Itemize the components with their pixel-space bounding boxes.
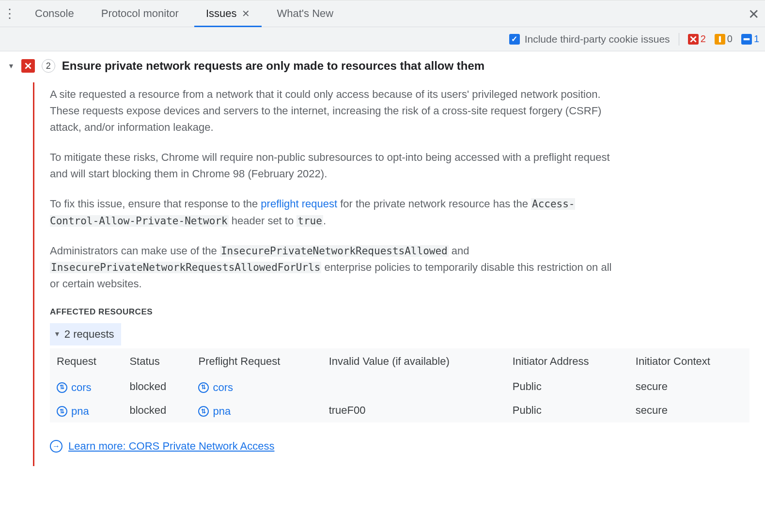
warning-count-badge[interactable]: 0 (715, 33, 733, 45)
error-icon (21, 59, 35, 73)
request-link[interactable]: ⇅cors (57, 379, 92, 396)
tab-issues[interactable]: Issues ✕ (194, 0, 262, 27)
initiator-addr-cell: Public (506, 375, 629, 398)
issue-title: Ensure private network requests are only… (62, 59, 484, 73)
info-count-badge[interactable]: 1 (741, 33, 759, 45)
issue-count-chip: 2 (42, 59, 55, 73)
include-third-party-checkbox[interactable]: ✓ Include third-party cookie issues (509, 33, 670, 45)
requests-summary[interactable]: ▼ 2 requests (50, 323, 121, 345)
tab-console[interactable]: Console (23, 0, 86, 27)
tab-whats-new[interactable]: What's New (265, 0, 345, 27)
close-icon[interactable]: ✕ (242, 8, 250, 19)
preflight-link[interactable]: ⇅pna (198, 403, 231, 420)
network-icon: ⇅ (198, 382, 209, 393)
tab-bar: ⋮ Console Protocol monitor Issues ✕ What… (0, 0, 765, 27)
request-link[interactable]: ⇅pna (57, 403, 89, 420)
close-panel-button[interactable]: ✕ (748, 6, 759, 22)
error-icon (688, 34, 699, 45)
warning-icon (715, 34, 725, 45)
table-row: ⇅cors blocked ⇅cors Public secure (50, 375, 749, 398)
issues-content[interactable]: ▼ 2 Ensure private network requests are … (0, 51, 765, 532)
more-button[interactable]: ⋮ (0, 7, 19, 20)
invalid-value-cell: trueF00 (322, 399, 506, 422)
col-initiator-addr: Initiator Address (506, 348, 629, 375)
requests-summary-label: 2 requests (64, 326, 114, 343)
info-icon (741, 34, 752, 45)
affected-resources-label: AFFECTED RESOURCES (50, 306, 749, 318)
invalid-value-cell (322, 375, 506, 398)
separator (679, 33, 679, 46)
table-header-row: Request Status Preflight Request Invalid… (50, 348, 749, 375)
col-invalid-value: Invalid Value (if available) (322, 348, 506, 375)
checkmark-icon: ✓ (509, 34, 520, 45)
requests-table: Request Status Preflight Request Invalid… (50, 348, 749, 422)
status-cell: blocked (123, 375, 191, 398)
network-icon: ⇅ (57, 406, 67, 417)
learn-more-link[interactable]: → Learn more: CORS Private Network Acces… (50, 438, 274, 454)
info-count: 1 (754, 33, 759, 45)
issues-toolbar: ✓ Include third-party cookie issues 2 0 … (0, 27, 765, 51)
status-cell: blocked (123, 399, 191, 422)
code-policy: InsecurePrivateNetworkRequestsAllowedFor… (50, 262, 321, 273)
tab-issues-label: Issues (206, 7, 237, 20)
table-row: ⇅pna blocked ⇅pna trueF00 Public secure (50, 399, 749, 422)
svg-rect-0 (719, 36, 720, 40)
issue-paragraph: Administrators can make use of the Insec… (50, 243, 622, 292)
col-preflight: Preflight Request (191, 348, 322, 375)
warning-count: 0 (727, 33, 733, 45)
issue-header[interactable]: ▼ 2 Ensure private network requests are … (8, 59, 759, 73)
include-third-party-label: Include third-party cookie issues (525, 33, 670, 45)
tab-protocol-monitor[interactable]: Protocol monitor (90, 0, 190, 27)
network-icon: ⇅ (198, 406, 209, 417)
svg-rect-2 (744, 38, 749, 40)
issue-paragraph: A site requested a resource from a netwo… (50, 86, 622, 136)
issue-body: A site requested a resource from a netwo… (33, 82, 759, 466)
svg-rect-1 (719, 40, 720, 42)
preflight-request-link[interactable]: preflight request (261, 198, 337, 210)
col-initiator-ctx: Initiator Context (629, 348, 749, 375)
col-request: Request (50, 348, 123, 375)
issue-item: ▼ 2 Ensure private network requests are … (6, 57, 759, 466)
chevron-down-icon: ▼ (54, 329, 61, 340)
col-status: Status (123, 348, 191, 375)
error-count: 2 (701, 33, 706, 45)
learn-more-text[interactable]: Learn more: CORS Private Network Access (68, 438, 274, 454)
issue-paragraph: To fix this issue, ensure that response … (50, 196, 622, 229)
initiator-addr-cell: Public (506, 399, 629, 422)
issue-paragraph: To mitigate these risks, Chrome will req… (50, 149, 622, 182)
code-policy: InsecurePrivateNetworkRequestsAllowed (220, 245, 449, 257)
preflight-link[interactable]: ⇅cors (198, 379, 233, 396)
chevron-down-icon[interactable]: ▼ (8, 62, 15, 70)
arrow-right-icon: → (50, 440, 62, 453)
initiator-ctx-cell: secure (629, 375, 749, 398)
code-value: true (297, 215, 323, 227)
network-icon: ⇅ (57, 382, 67, 393)
initiator-ctx-cell: secure (629, 399, 749, 422)
error-count-badge[interactable]: 2 (688, 33, 706, 45)
